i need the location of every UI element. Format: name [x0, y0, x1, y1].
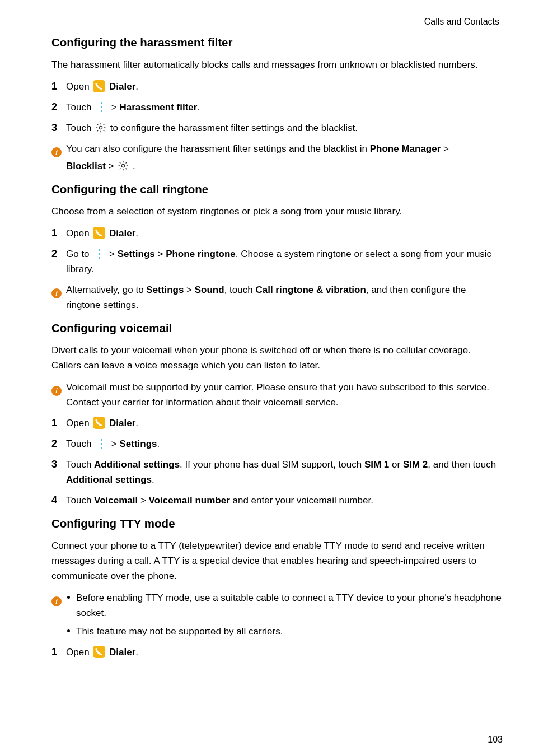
settings-label: Settings: [118, 249, 155, 259]
dialer-label: Dialer: [109, 228, 135, 239]
step-text-end: .: [135, 81, 138, 92]
step-sep: >: [155, 249, 166, 259]
dialer-label: Dialer: [109, 418, 135, 428]
info-note: i Before enabling TTY mode, use a suitab…: [51, 590, 503, 639]
step-text: >: [109, 249, 118, 259]
page-number: 103: [488, 735, 503, 745]
step-item: 1 Open Dialer.: [51, 226, 503, 241]
dialer-label: Dialer: [109, 81, 135, 92]
step-text-end: .: [135, 228, 138, 239]
info-icon: i: [51, 386, 62, 396]
step-text: Open: [66, 647, 92, 657]
step-text: . If your phone has dual SIM support, to…: [180, 459, 364, 470]
step-item: 1 Open Dialer.: [51, 79, 503, 94]
step-text: Open: [66, 81, 92, 92]
sim2-label: SIM 2: [403, 459, 428, 470]
svg-point-1: [122, 164, 125, 167]
step-item: 1 Open Dialer.: [51, 416, 503, 431]
note-text: Alternatively, go to: [66, 284, 146, 295]
step-item: 2 Go to > Settings > Phone ringtone. Cho…: [51, 246, 503, 277]
step-text: >: [111, 102, 120, 113]
sim1-label: SIM 1: [364, 459, 389, 470]
step-text-end: .: [135, 647, 138, 657]
note-text: , touch: [224, 284, 256, 295]
additional-settings-label: Additional settings: [66, 474, 152, 485]
dialer-icon: [93, 227, 105, 239]
step-text: Open: [66, 228, 92, 239]
step-text: to configure the harassment filter setti…: [110, 123, 358, 133]
voicemail-label: Voicemail: [94, 495, 138, 506]
list-item: This feature may not be supported by all…: [66, 624, 503, 639]
call-ringtone-intro: Choose from a selection of system ringto…: [51, 204, 503, 219]
step-text-end: .: [135, 418, 138, 428]
note-sep: >: [441, 143, 449, 154]
phone-manager-label: Phone Manager: [370, 143, 441, 154]
voicemail-number-label: Voicemail number: [149, 495, 230, 506]
step-text: and enter your voicemail number.: [230, 495, 373, 506]
step-sep: >: [138, 495, 148, 506]
page-header: Calls and Contacts: [51, 17, 503, 27]
more-icon: [96, 437, 107, 450]
dialer-icon: [93, 646, 105, 658]
note-text: Voicemail must be supported by your carr…: [66, 382, 489, 408]
additional-settings-label: Additional settings: [94, 459, 180, 470]
voicemail-heading: Configuring voicemail: [51, 321, 503, 335]
tty-mode-heading: Configuring TTY mode: [51, 517, 503, 530]
call-ringtone-heading: Configuring the call ringtone: [51, 183, 503, 196]
note-end: .: [130, 161, 135, 171]
step-item: 4 Touch Voicemail > Voicemail number and…: [51, 493, 503, 508]
step-text: Touch: [66, 459, 94, 470]
info-note: i Voicemail must be supported by your ca…: [51, 380, 503, 410]
voicemail-intro: Divert calls to your voicemail when your…: [51, 343, 503, 373]
dialer-label: Dialer: [109, 647, 135, 657]
step-text: Go to: [66, 249, 92, 259]
sound-label: Sound: [195, 284, 224, 295]
harassment-filter-intro: The harassment filter automatically bloc…: [51, 57, 503, 72]
svg-point-0: [99, 126, 102, 129]
phone-ringtone-label: Phone ringtone: [166, 249, 236, 259]
step-text: , and then touch: [428, 459, 496, 470]
blocklist-label: Blocklist: [66, 161, 106, 171]
step-text: >: [111, 438, 120, 449]
tty-mode-intro: Connect your phone to a TTY (teletypewri…: [51, 538, 503, 584]
step-text: Touch: [66, 495, 94, 506]
harassment-filter-label: Harassment filter: [119, 102, 197, 113]
dialer-icon: [93, 417, 105, 429]
step-text: Touch: [66, 102, 94, 113]
step-text: Touch: [66, 438, 94, 449]
harassment-filter-heading: Configuring the harassment filter: [51, 36, 503, 49]
step-item: 3 Touch to configure the harassment filt…: [51, 120, 503, 136]
more-icon: [93, 248, 105, 260]
step-text-end: .: [152, 474, 154, 485]
step-item: 3 Touch Additional settings. If your pho…: [51, 457, 503, 487]
step-item: 1 Open Dialer.: [51, 645, 503, 660]
step-text: or: [389, 459, 403, 470]
note-sep: >: [106, 161, 116, 171]
step-item: 2 Touch > Harassment filter.: [51, 100, 503, 115]
list-item: Before enabling TTY mode, use a suitable…: [66, 590, 503, 620]
info-icon: i: [51, 147, 62, 157]
settings-label: Settings: [146, 284, 184, 295]
info-note: i You can also configure the harassment …: [51, 141, 503, 174]
info-icon: i: [51, 288, 62, 298]
info-icon: i: [51, 596, 62, 606]
more-icon: [96, 101, 107, 113]
gear-icon: [118, 160, 129, 171]
step-text-end: .: [157, 438, 160, 449]
info-note: i Alternatively, go to Settings > Sound,…: [51, 282, 503, 312]
step-text: Open: [66, 418, 92, 428]
note-sep: >: [184, 284, 194, 295]
note-text: You can also configure the harassment fi…: [66, 143, 370, 154]
call-ringtone-vibration-label: Call ringtone & vibration: [255, 284, 366, 295]
step-item: 2 Touch > Settings.: [51, 436, 503, 451]
gear-icon: [95, 122, 106, 133]
settings-label: Settings: [119, 438, 157, 449]
step-text: Touch: [66, 123, 94, 133]
step-text-end: .: [197, 102, 200, 113]
dialer-icon: [93, 80, 105, 92]
